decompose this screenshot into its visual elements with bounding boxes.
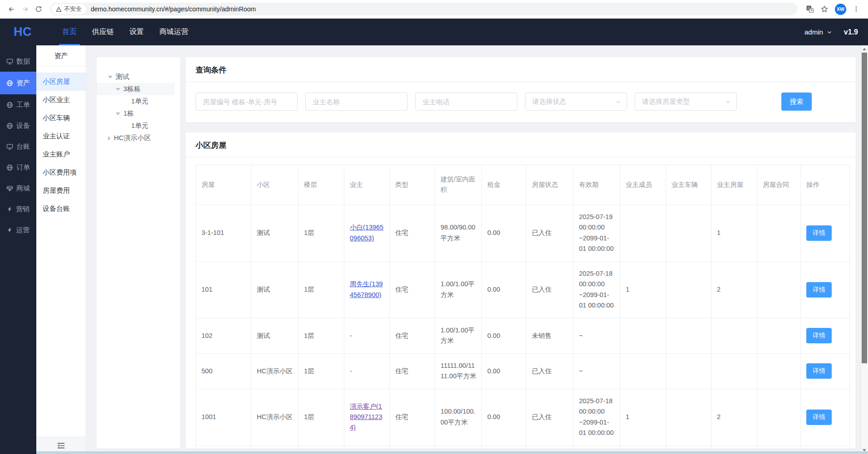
room-number-input[interactable]	[196, 93, 298, 111]
cell-room: 102	[196, 318, 251, 353]
back-icon[interactable]	[5, 3, 17, 15]
tree-node-1单元[interactable]: 1单元	[97, 120, 175, 132]
cell-action: 详情	[801, 445, 850, 449]
bookmark-star-icon[interactable]	[820, 5, 829, 13]
cell-type: 住宅	[390, 318, 435, 353]
top-menu-首页[interactable]: 首页	[54, 19, 84, 45]
owner-link[interactable]: 小白(13965096053)	[350, 224, 383, 241]
diamond-icon	[6, 185, 13, 192]
primary-sidebar: 数据资产工单设备台账订单商城营销运营	[0, 45, 36, 454]
scroll-up-icon[interactable]	[863, 48, 866, 50]
caret-down-icon[interactable]	[116, 112, 120, 115]
browser-menu-icon[interactable]	[853, 5, 860, 13]
detail-button[interactable]: 详情	[806, 225, 832, 241]
caret-down-icon[interactable]	[108, 76, 113, 78]
caret-down-icon[interactable]	[116, 88, 120, 91]
cell-owner: -	[344, 445, 390, 449]
submenu-item-业主认证[interactable]: 业主认证	[36, 127, 86, 145]
sidebar-item-工单[interactable]: 工单	[0, 94, 36, 115]
reload-icon[interactable]	[33, 3, 44, 15]
detail-button[interactable]: 详情	[806, 363, 832, 379]
tree-node-1单元[interactable]: 1单元	[97, 95, 175, 107]
cell-contracts	[757, 318, 801, 353]
cell-rent: 0.00	[482, 445, 526, 449]
tree-node-3栋栋[interactable]: 3栋栋	[97, 83, 175, 95]
rooms-table: 房屋小区楼层业主类型建筑/室内面积租金房屋状态有效期业主成员业主车辆业主房屋房屋…	[196, 165, 850, 449]
user-menu[interactable]: admin	[804, 28, 832, 36]
top-menu-设置[interactable]: 设置	[122, 19, 152, 45]
owner-link[interactable]: 演示客户(18909711234)	[350, 403, 383, 431]
globe-icon	[6, 80, 13, 87]
cell-status: 已入住	[526, 261, 574, 318]
detail-button[interactable]: 详情	[806, 282, 832, 298]
cell-type: 住宅	[390, 353, 435, 389]
app-logo[interactable]: HC	[14, 25, 32, 39]
cell-status: 已入住	[526, 353, 574, 389]
column-header-type: 类型	[390, 165, 435, 205]
security-chip[interactable]: 不安全	[51, 4, 86, 14]
cell-rent: 0.00	[482, 353, 526, 389]
sidebar-item-营销[interactable]: 营销	[0, 199, 36, 220]
cell-houses: 2	[711, 389, 757, 445]
submenu-item-设备台账[interactable]: 设备台账	[36, 200, 86, 218]
cell-houses	[711, 353, 757, 389]
tree-node-label: 1单元	[131, 97, 148, 106]
forward-icon[interactable]	[19, 3, 31, 15]
submenu-item-小区费用项[interactable]: 小区费用项	[36, 163, 86, 181]
house-type-select[interactable]: 请选择房屋类型	[635, 93, 737, 111]
sidebar-item-资产[interactable]: 资产	[0, 72, 36, 94]
cell-houses: 1	[711, 205, 757, 261]
detail-button[interactable]: 详情	[806, 410, 832, 425]
submenu-item-业主账户[interactable]: 业主账户	[36, 145, 86, 163]
cell-rent: 0.00	[482, 318, 526, 353]
cell-area: 1.00/1.00平方米	[435, 261, 482, 318]
community-tree-panel: 测试3栋栋1单元1栋1单元HC演示小区	[97, 57, 180, 449]
tree-node-HC演示小区[interactable]: HC演示小区	[97, 132, 175, 144]
address-bar[interactable]: 不安全 demo.homecommunity.cn/#/pages/commun…	[50, 3, 798, 15]
horizontal-scrollbar-thumb[interactable]	[36, 451, 868, 454]
cell-validity: ~	[574, 445, 620, 449]
column-header-rent: 租金	[482, 165, 526, 205]
top-menu-商城运营[interactable]: 商城运营	[152, 19, 196, 45]
cell-validity: 2025-07-18 00:00:00 ~2099-01-01 00:00:00	[574, 389, 620, 445]
detail-button[interactable]: 详情	[806, 328, 832, 343]
search-button[interactable]: 搜索	[781, 93, 812, 111]
submenu-item-小区业主[interactable]: 小区业主	[36, 91, 86, 109]
table-row: 3-1-101测试1层小白(13965096053)住宅98.00/90.00平…	[196, 205, 850, 261]
top-menu-供应链[interactable]: 供应链	[84, 19, 122, 45]
sidebar-item-订单[interactable]: 订单	[0, 157, 36, 178]
owner-name-input[interactable]	[305, 93, 407, 111]
sidebar-item-label: 设备	[16, 122, 30, 130]
owner-phone-input[interactable]	[415, 93, 517, 111]
globe-icon	[6, 164, 13, 171]
sidebar-item-设备[interactable]: 设备	[0, 115, 36, 136]
tree-node-1栋[interactable]: 1栋	[97, 107, 175, 120]
vertical-scrollbar-thumb[interactable]	[862, 53, 867, 363]
chevron-down-icon	[827, 29, 832, 35]
sidebar-item-运营[interactable]: 运营	[0, 220, 36, 240]
cell-contracts	[757, 389, 801, 445]
tree-node-测试[interactable]: 测试	[97, 71, 175, 83]
tree-node-label: 测试	[116, 73, 129, 81]
cell-community: HC演示小区	[251, 353, 299, 389]
cell-members: 1	[620, 261, 666, 318]
cell-rent: 0.00	[482, 389, 526, 445]
sidebar-item-商城[interactable]: 商城	[0, 178, 36, 199]
translate-icon[interactable]: G	[806, 5, 814, 13]
sidebar-item-label: 运营	[16, 226, 29, 234]
owner-link[interactable]: 周先生(13945678900)	[350, 280, 383, 298]
sidebar-item-数据[interactable]: 数据	[0, 51, 36, 72]
submenu-item-小区车辆[interactable]: 小区车辆	[36, 109, 86, 127]
bolt-icon	[7, 206, 13, 212]
vertical-scrollbar[interactable]	[860, 45, 868, 454]
submenu-item-房屋费用[interactable]: 房屋费用	[36, 181, 86, 200]
caret-right-icon[interactable]	[108, 136, 111, 141]
cell-validity: 2025-07-19 00:00:00 ~2099-01-01 00:00:00	[574, 205, 620, 261]
sidebar-item-台账[interactable]: 台账	[0, 136, 36, 157]
cell-floor: 1层	[299, 353, 344, 389]
status-select[interactable]: 请选择状态	[525, 93, 627, 111]
cell-area: 100.00/100.00平方米	[435, 445, 482, 449]
profile-avatar[interactable]: XW	[835, 4, 846, 15]
cell-community: HC演示小区	[251, 389, 299, 445]
submenu-item-小区房屋[interactable]: 小区房屋	[36, 73, 86, 91]
